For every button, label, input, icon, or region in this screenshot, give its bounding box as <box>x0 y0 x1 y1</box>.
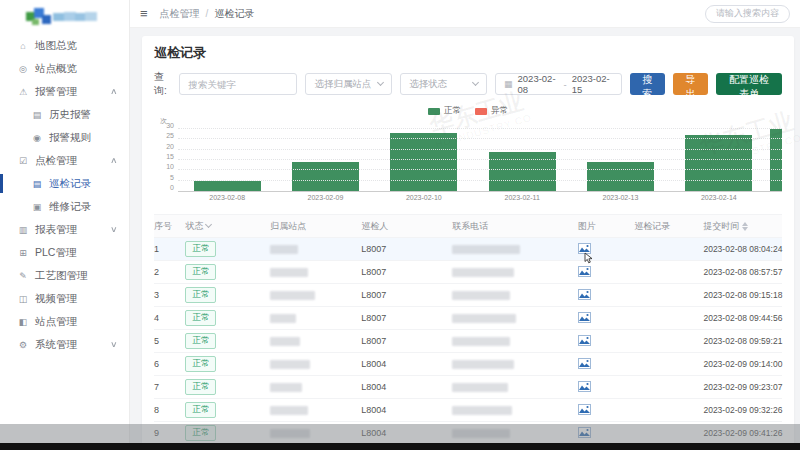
row-index: 6 <box>154 359 185 369</box>
sidebar-item[interactable]: ▣维修记录 <box>0 195 129 218</box>
sidebar-item[interactable]: ✎工艺图管理 <box>0 264 129 287</box>
station-redacted <box>270 268 308 277</box>
x-tick-label: 2023-02-11 <box>504 194 539 201</box>
submit-time: 2023-02-09 09:32:26 <box>703 405 782 415</box>
export-button[interactable]: 导出 <box>673 73 708 95</box>
status-badge: 正常 <box>185 402 216 418</box>
phone-redacted <box>452 268 514 277</box>
column-header[interactable]: 状态 <box>185 220 270 233</box>
gridline <box>178 138 782 139</box>
column-header[interactable]: 提交时间 <box>703 220 782 233</box>
image-icon[interactable] <box>578 361 591 371</box>
bar-正常 <box>587 162 654 191</box>
sidebar-item-label: 点检管理 <box>35 154 77 168</box>
sidebar-item[interactable]: ▥报表管理∨ <box>0 218 129 241</box>
global-search-input[interactable]: 请输入搜索内容 <box>705 5 790 23</box>
row-index: 8 <box>154 405 185 415</box>
station-redacted <box>270 314 296 323</box>
sidebar-item-label: 系统管理 <box>35 338 77 352</box>
sidebar-item[interactable]: ◎站点概览 <box>0 57 129 80</box>
x-tick-label: 2023-02-09 <box>308 194 344 201</box>
system-icon: ⚙ <box>16 340 30 350</box>
bar-正常 <box>194 181 261 191</box>
image-icon[interactable] <box>578 338 591 348</box>
status-badge: 正常 <box>185 333 216 349</box>
row-index: 2 <box>154 267 185 277</box>
sidebar-item[interactable]: ☑点检管理∧ <box>0 149 129 172</box>
sidebar-item-label: 历史报警 <box>49 108 91 122</box>
video-fade-overlay <box>0 424 800 443</box>
inspector-name: L8007 <box>361 336 452 346</box>
date-start: 2023-02-08 <box>518 73 559 95</box>
chevron-down-icon: ∨ <box>110 225 118 234</box>
image-icon[interactable] <box>578 269 591 279</box>
sidebar-item[interactable]: ◫视频管理 <box>0 287 129 310</box>
y-tick-label: 15 <box>166 153 174 160</box>
sidebar-item[interactable]: ⚠报警管理∧ <box>0 80 129 103</box>
phone-redacted <box>452 383 508 392</box>
sidebar-item-label: 站点管理 <box>35 315 77 329</box>
inspect-icon: ☑ <box>16 156 30 166</box>
legend-item[interactable]: 异常 <box>475 105 508 117</box>
submit-time: 2023-02-09 09:23:07 <box>703 382 782 392</box>
image-icon[interactable] <box>578 246 591 256</box>
bottom-letterbox <box>0 443 800 450</box>
legend-item[interactable]: 正常 <box>428 105 461 117</box>
sidebar-item[interactable]: ▤历史报警 <box>0 103 129 126</box>
sidebar-item[interactable]: ⚙系统管理∨ <box>0 333 129 356</box>
status-select[interactable]: 选择状态 <box>400 73 487 95</box>
search-button[interactable]: 搜索 <box>630 73 665 95</box>
phone-redacted <box>452 337 510 346</box>
inspector-name: L8004 <box>361 359 452 369</box>
inspector-name: L8007 <box>361 244 452 254</box>
rule-icon: ◉ <box>30 133 44 143</box>
config-inspection-form-button[interactable]: 配置巡检表单 <box>716 73 782 95</box>
row-index: 5 <box>154 336 185 346</box>
sidebar-item[interactable]: ◧站点管理 <box>0 310 129 333</box>
x-tick-label: 2023-02-08 <box>209 194 245 201</box>
y-tick-label: 10 <box>166 163 174 170</box>
keyword-input[interactable] <box>179 73 297 95</box>
collapse-menu-icon[interactable]: ≡ <box>140 6 148 21</box>
inspection-table: 序号状态归属站点巡检人联系电话图片巡检记录提交时间 1正常L80072023-0… <box>154 214 782 450</box>
sidebar-item[interactable]: ◉报警规则 <box>0 126 129 149</box>
chevron-up-icon: ∧ <box>110 87 118 96</box>
station-select-value: 选择归属站点 <box>314 78 371 91</box>
home-icon: ⌂ <box>16 41 30 51</box>
x-tick-label: 2023-02-10 <box>406 194 442 201</box>
column-header-label: 图片 <box>578 220 596 233</box>
image-icon[interactable] <box>578 292 591 302</box>
sidebar-item[interactable]: ⊞PLC管理 <box>0 241 129 264</box>
sidebar-item-label: 巡检记录 <box>49 177 91 191</box>
station-redacted <box>270 360 310 369</box>
sidebar-item-label: 地图总览 <box>35 39 77 53</box>
column-header-label: 巡检人 <box>361 220 388 233</box>
column-header-label: 序号 <box>154 220 172 233</box>
breadcrumb-parent[interactable]: 点检管理 <box>160 7 200 21</box>
station-select[interactable]: 选择归属站点 <box>305 73 392 95</box>
table-row: 1正常L80072023-02-08 08:04:24 <box>154 238 782 261</box>
phone-redacted <box>452 314 516 323</box>
legend-swatch <box>428 108 440 115</box>
date-range-picker[interactable]: ▦ 2023-02-08 - 2023-02-15 <box>495 73 622 95</box>
row-index: 1 <box>154 244 185 254</box>
column-header: 巡检人 <box>361 220 452 233</box>
legend-swatch <box>475 108 487 115</box>
chart-legend: 正常异常 <box>154 104 782 118</box>
x-tick-label: 2023-02-13 <box>603 194 639 201</box>
bar-正常 <box>685 135 752 191</box>
image-icon[interactable] <box>578 384 591 394</box>
topbar: ≡ 点检管理 / 巡检记录 请输入搜索内容 <box>130 0 800 28</box>
station-redacted <box>270 406 308 415</box>
status-badge: 正常 <box>185 310 216 326</box>
submit-time: 2023-02-08 09:44:56 <box>703 313 782 323</box>
image-icon[interactable] <box>578 315 591 325</box>
image-icon[interactable] <box>578 407 591 417</box>
bar-正常 <box>292 162 359 191</box>
column-header-label: 提交时间 <box>703 220 739 233</box>
row-index: 4 <box>154 313 185 323</box>
inspector-name: L8007 <box>361 267 452 277</box>
record-icon: ▤ <box>30 179 44 189</box>
sidebar-item[interactable]: ⌂地图总览 <box>0 34 129 57</box>
sidebar-item[interactable]: ▤巡检记录 <box>0 172 129 195</box>
